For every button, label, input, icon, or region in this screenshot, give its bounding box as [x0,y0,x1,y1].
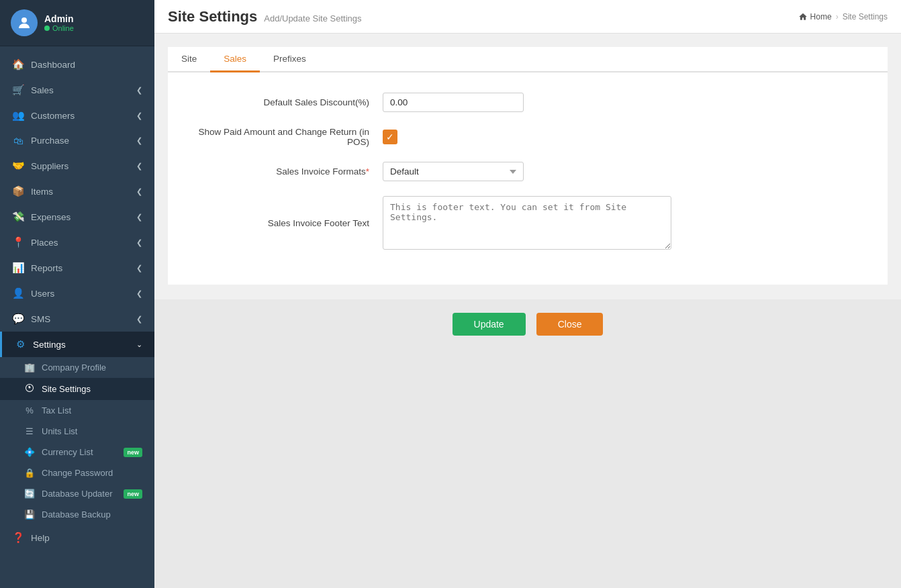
sidebar-item-suppliers[interactable]: 🤝 Suppliers ❮ [0,153,154,179]
sidebar-item-customers[interactable]: 👥 Customers ❮ [0,103,154,128]
sidebar-item-dashboard[interactable]: 🏠 Dashboard [0,52,154,77]
customers-icon: 👥 [12,109,24,121]
sidebar-subitem-currency-list[interactable]: 💠 Currency List new [0,442,154,462]
show-paid-label: Show Paid Amount and Change Return (in P… [195,127,383,147]
currency-list-icon: 💠 [24,447,35,457]
user-status: Online [44,24,74,32]
breadcrumb-separator: › [836,12,839,21]
sidebar-item-sms[interactable]: 💬 SMS ❮ [0,306,154,332]
tab-site[interactable]: Site [168,47,210,72]
lower-area [154,349,901,588]
expenses-arrow-icon: ❮ [136,213,142,222]
tab-prefixes[interactable]: Prefixes [260,47,320,72]
reports-icon: 📊 [12,262,24,274]
discount-input[interactable] [383,93,524,112]
currency-list-badge: new [124,448,142,457]
sidebar-subitem-change-password[interactable]: 🔒 Change Password [0,462,154,483]
user-name: Admin [44,13,74,24]
company-profile-icon: 🏢 [24,362,35,373]
sidebar-subitem-database-updater[interactable]: 🔄 Database Updater new [0,483,154,504]
update-button[interactable]: Update [453,313,526,336]
tax-list-icon: % [24,405,35,415]
form-row-footer-text: Sales Invoice Footer Text [195,196,861,250]
footer-text-textarea[interactable] [383,196,671,250]
footer-text-label: Sales Invoice Footer Text [195,218,383,228]
tab-sales[interactable]: Sales [210,47,260,72]
breadcrumb-current: Site Settings [843,12,888,21]
reports-arrow-icon: ❮ [136,264,142,273]
help-icon: ❓ [12,532,24,544]
sidebar-header: Admin Online [0,0,154,46]
breadcrumb: Home › Site Settings [798,12,888,21]
invoice-format-label: Sales Invoice Formats* [195,166,383,177]
change-password-icon: 🔒 [24,468,35,478]
required-asterisk: * [366,166,369,177]
users-icon: 👤 [12,287,24,299]
suppliers-arrow-icon: ❮ [136,162,142,170]
page-title: Site Settings [168,8,257,26]
form-card: Default Sales Discount(%) Show Paid Amou… [168,72,888,285]
sales-icon: 🛒 [12,84,24,96]
invoice-format-select[interactable]: Default Format A Format B [383,162,524,181]
places-arrow-icon: ❮ [136,238,142,247]
sidebar-subitem-site-settings[interactable]: Site Settings [0,378,154,400]
sidebar-item-places[interactable]: 📍 Places ❮ [0,230,154,255]
sms-arrow-icon: ❮ [136,315,142,324]
form-row-invoice-format: Sales Invoice Formats* Default Format A … [195,162,861,181]
action-bar: Update Close [154,299,901,349]
close-button[interactable]: Close [536,313,604,336]
sidebar-item-purchase[interactable]: 🛍 Purchase ❮ [0,128,154,153]
settings-icon: ⚙ [14,338,26,350]
suppliers-icon: 🤝 [12,160,24,172]
sidebar-subitem-units-list[interactable]: ☰ Units List [0,421,154,442]
places-icon: 📍 [12,236,24,248]
items-arrow-icon: ❮ [136,187,142,196]
sidebar-item-help[interactable]: ❓ Help [0,525,154,550]
sms-icon: 💬 [12,313,24,325]
svg-point-0 [21,17,27,23]
expenses-icon: 💸 [12,211,24,223]
sidebar-item-reports[interactable]: 📊 Reports ❮ [0,255,154,281]
sidebar-item-expenses[interactable]: 💸 Expenses ❮ [0,204,154,230]
sidebar-subitem-database-backup[interactable]: 💾 Database Backup [0,504,154,525]
topbar: Site Settings Add/Update Site Settings H… [154,0,901,34]
units-list-icon: ☰ [24,426,35,436]
customers-arrow-icon: ❮ [136,111,142,120]
form-row-discount: Default Sales Discount(%) [195,93,861,112]
sidebar-nav: 🏠 Dashboard 🛒 Sales ❮ 👥 Customers ❮ 🛍 Pu… [0,46,154,588]
avatar [11,9,38,36]
database-backup-icon: 💾 [24,509,35,520]
dashboard-icon: 🏠 [12,58,24,70]
database-updater-icon: 🔄 [24,489,35,499]
online-dot [44,26,50,31]
settings-arrow-icon: ⌄ [136,340,142,349]
sidebar-item-users[interactable]: 👤 Users ❮ [0,281,154,306]
sidebar-subitem-company-profile[interactable]: 🏢 Company Profile [0,357,154,378]
breadcrumb-home[interactable]: Home [798,12,832,21]
items-icon: 📦 [12,185,24,197]
sales-arrow-icon: ❮ [136,86,142,95]
database-updater-badge: new [124,489,142,499]
purchase-arrow-icon: ❮ [136,136,142,145]
sidebar-item-settings[interactable]: ⚙ Settings ⌄ [0,332,154,357]
sidebar-item-items[interactable]: 📦 Items ❮ [0,179,154,204]
tabs-bar: Site Sales Prefixes [168,47,888,72]
show-paid-checkbox[interactable]: ✓ [383,130,397,144]
users-arrow-icon: ❮ [136,289,142,298]
site-settings-icon [24,383,35,395]
sidebar-subitem-tax-list[interactable]: % Tax List [0,400,154,421]
discount-label: Default Sales Discount(%) [195,97,383,107]
sidebar-item-sales[interactable]: 🛒 Sales ❮ [0,77,154,103]
purchase-icon: 🛍 [12,135,24,146]
page-subtitle: Add/Update Site Settings [264,13,361,23]
form-row-show-paid: Show Paid Amount and Change Return (in P… [195,127,861,147]
